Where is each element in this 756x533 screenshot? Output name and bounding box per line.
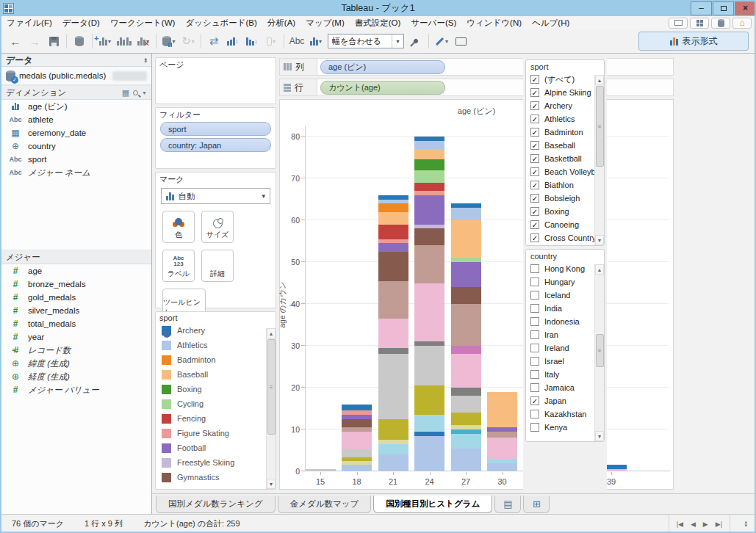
sport-filter-item-Baseball[interactable]: ✓Baseball [526, 139, 604, 152]
bar-segment-18-lightolive[interactable] [342, 461, 372, 465]
checked-checkbox-icon[interactable]: ✓ [530, 75, 539, 84]
save-button[interactable] [46, 32, 62, 50]
restore-button[interactable] [713, 1, 734, 15]
chevron-down-icon[interactable]: ▼ [142, 90, 147, 95]
dimension-field-メジャー ネーム[interactable]: Abcメジャー ネーム [1, 166, 151, 179]
bar-segment-18-lightgray[interactable] [342, 449, 372, 457]
bar-segment-30-rosy[interactable] [487, 432, 517, 438]
scroll-up-icon[interactable]: ▲ [267, 328, 276, 338]
start-page-button[interactable]: ⌂ [732, 18, 752, 29]
bar-segment-21-blue[interactable] [378, 195, 408, 200]
bar-segment-30-lightcyan[interactable] [487, 459, 517, 463]
menu-item-データ(D)[interactable]: データ(D) [57, 16, 105, 29]
refresh-button[interactable]: ↻▾ [180, 32, 196, 50]
bar-segment-24-lightorange[interactable] [414, 149, 444, 159]
presentation-mode-mini-button[interactable] [669, 18, 688, 29]
legend-item-Freestyle Skiing[interactable]: Freestyle Skiing [156, 455, 276, 470]
country-filter-item-Italy[interactable]: Italy [526, 368, 604, 381]
bar-segment-21-lightblue[interactable] [378, 200, 408, 204]
unchecked-checkbox-icon[interactable] [530, 410, 539, 418]
sport-filter-item-Basketball[interactable]: ✓Basketball [526, 152, 604, 165]
next-page-icon[interactable]: ▶ [703, 521, 708, 528]
sheet-tab-金メダル数マップ[interactable]: 金メダル数マップ [278, 496, 372, 513]
country-filter-item-Kenya[interactable]: Kenya [526, 421, 604, 434]
scroll-down-icon[interactable]: ▼ [595, 235, 604, 245]
mark-button-詳細[interactable]: 詳細 [201, 250, 234, 282]
checked-checkbox-icon[interactable]: ✓ [530, 207, 539, 216]
bar-segment-27-lightolive[interactable] [451, 425, 481, 429]
bar-segment-18-purple[interactable] [342, 415, 372, 419]
sport-filter-item-Alpine Skiing[interactable]: ✓Alpine Skiing [526, 86, 604, 99]
bar-segment-24-rosy[interactable] [414, 245, 444, 283]
checked-checkbox-icon[interactable]: ✓ [530, 194, 539, 203]
menu-item-分析(A)[interactable]: 分析(A) [262, 16, 300, 29]
scroll-up-icon[interactable]: ▲ [595, 264, 604, 275]
bar-segment-30-lightpink[interactable] [487, 438, 517, 459]
checked-checkbox-icon[interactable]: ✓ [530, 233, 539, 242]
scroll-down-icon[interactable]: ▼ [267, 479, 276, 489]
chart[interactable]: age (ビン) age のカウント 010203040506070801518… [279, 99, 674, 490]
view-data-grid-icon[interactable]: ▦ [122, 88, 129, 98]
legend-item-Archery[interactable]: Archery [156, 323, 276, 338]
new-data-source-button[interactable] [71, 32, 87, 50]
measures-header[interactable]: メジャー [1, 250, 151, 264]
bar-segment-24-green[interactable] [414, 159, 444, 170]
bar-segment-21-periwinkle[interactable] [378, 454, 408, 471]
bar-segment-27-brown[interactable] [451, 287, 481, 304]
checked-checkbox-icon[interactable]: ✓ [530, 141, 539, 150]
bar-segment-21-olive[interactable] [378, 419, 408, 440]
checked-checkbox-icon[interactable]: ✓ [530, 220, 539, 229]
menu-item-マップ(M)[interactable]: マップ(M) [300, 16, 350, 29]
unchecked-checkbox-icon[interactable] [530, 264, 539, 273]
bar-segment-27-gray[interactable] [451, 388, 481, 396]
country-filter-item-Hong Kong[interactable]: Hong Kong [526, 262, 604, 275]
legend-item-Football[interactable]: Football [156, 440, 276, 455]
country-filter-scrollbar[interactable]: ▲ ≡ ▼ [594, 264, 604, 441]
columns-shelf[interactable]: age (ビン) [317, 58, 674, 76]
pages-shelf[interactable]: ページ [155, 57, 276, 104]
sport-filter-item-Bobsleigh[interactable]: ✓Bobsleigh [526, 192, 604, 205]
bar-segment-18-rosy[interactable] [342, 427, 372, 432]
bar-segment-27-lightpink[interactable] [451, 354, 481, 388]
measure-field-経度 (生成)[interactable]: ⊕経度 (生成) [1, 370, 151, 383]
checked-checkbox-icon[interactable]: ✓ [530, 167, 539, 176]
bar-segment-18-blue[interactable] [342, 405, 372, 411]
sport-filter-item-Archery[interactable]: ✓Archery [526, 99, 604, 112]
scroll-down-icon[interactable]: ▼ [595, 431, 604, 441]
checked-checkbox-icon[interactable]: ✓ [530, 396, 539, 405]
bar-segment-24-lightgreen[interactable] [414, 170, 444, 183]
menu-item-ファイル(F)[interactable]: ファイル(F) [1, 16, 57, 29]
sort-descending-button[interactable]: ↓ [244, 32, 260, 50]
bar-segment-21-red[interactable] [378, 225, 408, 239]
checked-checkbox-icon[interactable]: ✓ [530, 115, 539, 123]
new-worksheet-tab-button[interactable]: ⊞ [523, 496, 550, 513]
sheet-tab-国別種目別ヒストグラム[interactable]: 国別種目別ヒストグラム [373, 496, 492, 513]
presentation-mode-button[interactable] [453, 32, 469, 50]
country-filter-item-Indonesia[interactable]: Indonesia [526, 315, 604, 328]
filters-shelf[interactable]: フィルター sportcountry: Japan [155, 107, 276, 169]
bar-segment-21-lightgray[interactable] [378, 354, 408, 418]
bar-segment-24-salmon[interactable] [414, 191, 444, 195]
mark-button-ラベル[interactable]: Abc123ラベル [162, 250, 195, 282]
bar-segment-24-olive[interactable] [414, 385, 444, 415]
bar-segment-27-olive[interactable] [451, 413, 481, 425]
bar-segment-21-lightcyan[interactable] [378, 444, 408, 454]
menu-item-ダッシュボード(B)[interactable]: ダッシュボード(B) [180, 16, 262, 29]
bar-segment-24-purple[interactable] [414, 195, 444, 225]
scrollbar-thumb[interactable]: ≡ [596, 334, 604, 367]
previous-page-icon[interactable]: ◀ [691, 521, 696, 528]
duplicate-sheet-button[interactable] [116, 32, 132, 50]
scrollbar-thumb[interactable]: ≡ [267, 339, 276, 435]
bar-segment-18-lightpink[interactable] [342, 432, 372, 449]
dimension-field-ceremony_date[interactable]: ▦ceremony_date [1, 126, 151, 139]
show-mark-labels-button[interactable]: Abc [289, 32, 305, 50]
checked-checkbox-icon[interactable]: ✓ [530, 154, 539, 163]
bar-segment-21-lightorange[interactable] [378, 212, 408, 225]
unchecked-checkbox-icon[interactable] [530, 370, 539, 379]
dimension-field-age (ビン)[interactable]: age (ビン) [1, 100, 151, 113]
dimension-field-athlete[interactable]: Abcathlete [1, 113, 151, 126]
show-me-mini-button[interactable] [690, 18, 709, 29]
measure-field-total_medals[interactable]: #total_medals [1, 317, 151, 330]
bar-segment-24-periwinkle[interactable] [414, 436, 444, 471]
new-worksheet-button[interactable]: +▾ [97, 32, 113, 50]
